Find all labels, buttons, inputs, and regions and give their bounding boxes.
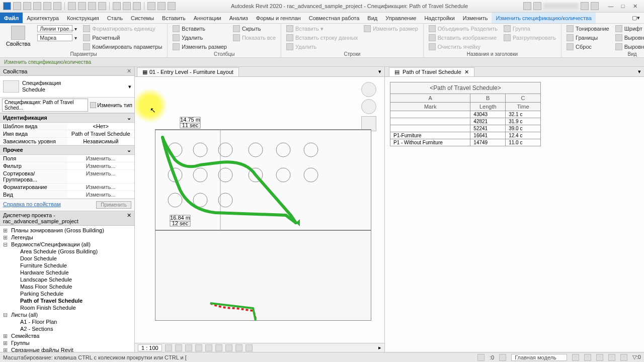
reset-button[interactable]: Сброс: [565, 43, 611, 51]
search-icon[interactable]: [523, 2, 531, 10]
chevron-down-icon[interactable]: ▾: [128, 83, 131, 90]
crop-region-icon[interactable]: [215, 344, 222, 351]
combo-linetype[interactable]: Линии трае...▾: [35, 25, 79, 33]
tab-view[interactable]: Вид: [363, 13, 381, 23]
tab-annotate[interactable]: Аннотации: [190, 13, 225, 23]
dropdown-icon[interactable]: [168, 2, 176, 10]
tree-node[interactable]: A1 - Floor Plan: [0, 318, 134, 325]
select-underlay-icon[interactable]: [584, 354, 591, 361]
sync-icon[interactable]: [33, 2, 41, 10]
hide-col-button[interactable]: Скрыть: [231, 25, 278, 33]
prop-row[interactable]: ФильтрИзменить...: [0, 162, 134, 170]
tab-file[interactable]: Файл: [0, 13, 23, 23]
view-tab-dropdown-icon[interactable]: ▾: [378, 68, 381, 75]
prop-row[interactable]: ФорматированиеИзменить...: [0, 184, 134, 191]
tree-node[interactable]: Path of Travel Schedule: [0, 297, 134, 304]
tab-structure[interactable]: Конструкция: [63, 13, 103, 23]
switch-window-icon[interactable]: [157, 2, 166, 10]
properties-help-link[interactable]: Справка по свойствам: [3, 201, 61, 209]
insert-col-button[interactable]: Вставить: [171, 25, 229, 33]
undo-icon[interactable]: [43, 2, 51, 10]
tree-node[interactable]: Mass Floor Schedule: [0, 283, 134, 290]
shadows-icon[interactable]: [195, 344, 202, 351]
tree-node[interactable]: Landscape Schedule: [0, 276, 134, 283]
user-icon[interactable]: [533, 2, 541, 10]
prop-row[interactable]: Сортировка/Группирова...Изменить...: [0, 170, 134, 184]
cat-identity[interactable]: Идентификация⌄: [0, 113, 134, 123]
align-h-button[interactable]: Выровнять по горизонтали ▾: [613, 34, 644, 42]
schedule-table[interactable]: <Path of Travel Schedule> A B C Mark Len…: [390, 82, 541, 146]
detail-level-icon[interactable]: [165, 344, 172, 351]
tree-node[interactable]: ⊟Ведомости/Спецификации (all): [0, 241, 134, 248]
close-button[interactable]: ✕: [631, 2, 639, 10]
table-row[interactable]: P1-Furniture1664112.4 с: [390, 132, 541, 139]
table-row[interactable]: 4282131.9 с: [390, 118, 541, 125]
editable-icon[interactable]: [499, 354, 506, 361]
select-pinned-icon[interactable]: [596, 354, 603, 361]
schedule-tab-dropdown-icon[interactable]: ▾: [635, 68, 644, 75]
delete-col-button[interactable]: Удалить: [171, 34, 229, 42]
table-row[interactable]: P1 - Without Furniture1474911.0 с: [390, 139, 541, 146]
prop-row[interactable]: Шаблон вида<Нет>: [0, 123, 134, 130]
tab-addins[interactable]: Надстройки: [420, 13, 458, 23]
project-browser-tree[interactable]: ⊞Планы зонирования (Gross Building)⊞Леге…: [0, 226, 134, 352]
tree-node[interactable]: ⊞Группы: [0, 339, 134, 346]
print-icon[interactable]: [68, 2, 76, 10]
crop-icon[interactable]: [205, 344, 212, 351]
text-icon[interactable]: [98, 2, 106, 10]
dim-icon[interactable]: [88, 2, 96, 10]
scale-combo[interactable]: 1 : 100: [138, 344, 162, 351]
table-row[interactable]: 5224139.0 с: [390, 125, 541, 132]
close-browser-icon[interactable]: ✕: [127, 212, 131, 224]
borders-button[interactable]: Границы: [565, 34, 611, 42]
tree-node[interactable]: Parking Schedule: [0, 290, 134, 297]
tree-node[interactable]: ⊞Семейства: [0, 332, 134, 339]
select-link-icon[interactable]: [572, 354, 579, 361]
tab-massing[interactable]: Формы и генплан: [252, 13, 305, 23]
font-button[interactable]: Шрифт: [613, 25, 644, 33]
app-icon[interactable]: [3, 2, 11, 10]
thin-lines-icon[interactable]: [133, 2, 141, 10]
lock-icon[interactable]: [225, 344, 232, 351]
worksets-icon[interactable]: [477, 354, 485, 361]
properties-button[interactable]: Свойства: [3, 25, 33, 51]
tab-modify[interactable]: Изменить: [459, 13, 492, 23]
tree-node[interactable]: ⊞Связанные файлы Revit: [0, 346, 134, 352]
tree-node[interactable]: ⊟Листы (all): [0, 311, 134, 318]
close-properties-icon[interactable]: ✕: [127, 68, 131, 74]
table-row[interactable]: 4304332.1 с: [390, 111, 541, 118]
prop-row[interactable]: ПоляИзменить...: [0, 155, 134, 162]
prop-row[interactable]: ВидИзменить...: [0, 191, 134, 199]
tree-node[interactable]: Area Schedule (Gross Building): [0, 248, 134, 255]
redo-icon[interactable]: [53, 2, 61, 10]
open-icon[interactable]: [13, 2, 21, 10]
tree-node[interactable]: Hardware Schedule: [0, 269, 134, 276]
apply-button[interactable]: Применить: [96, 201, 131, 209]
temp-hide-icon[interactable]: [235, 344, 243, 351]
tree-node[interactable]: A2 - Sections: [0, 325, 134, 332]
cat-other[interactable]: Прочее⌄: [0, 145, 134, 155]
tab-steel[interactable]: Сталь: [103, 13, 127, 23]
home-icon[interactable]: [361, 82, 376, 97]
tab-systems[interactable]: Системы: [127, 13, 158, 23]
type-selector[interactable]: СпецификацияSchedule ▾: [0, 76, 134, 98]
close-hidden-icon[interactable]: [147, 2, 155, 10]
tab-manage[interactable]: Управление: [381, 13, 420, 23]
resize-col-button[interactable]: Изменить размер: [171, 43, 229, 51]
schedule-tab[interactable]: ▤ Path of Travel Schedule ✕: [389, 67, 474, 76]
tab-modify-schedule[interactable]: Изменить спецификацию/количества: [492, 13, 595, 23]
prop-row[interactable]: Имя видаPath of Travel Schedule: [0, 130, 134, 138]
prop-row[interactable]: Зависимость уровняНезависимый: [0, 138, 134, 145]
tree-node[interactable]: Door Schedule: [0, 255, 134, 262]
shading-button[interactable]: Тонирование: [565, 25, 611, 33]
3d-icon[interactable]: [113, 2, 121, 10]
minimize-button[interactable]: —: [607, 2, 615, 10]
sun-icon[interactable]: [185, 344, 192, 351]
scroll-right-icon[interactable]: ▸: [378, 344, 381, 351]
tab-analyze[interactable]: Анализ: [225, 13, 252, 23]
close-tab-icon[interactable]: ✕: [464, 69, 469, 75]
tab-insert[interactable]: Вставить: [158, 13, 190, 23]
reveal-icon[interactable]: [246, 344, 253, 351]
combine-params-button[interactable]: Комбинировать параметры: [81, 43, 164, 51]
align-v-button[interactable]: Выровнять по вертикали ▾: [613, 43, 644, 51]
